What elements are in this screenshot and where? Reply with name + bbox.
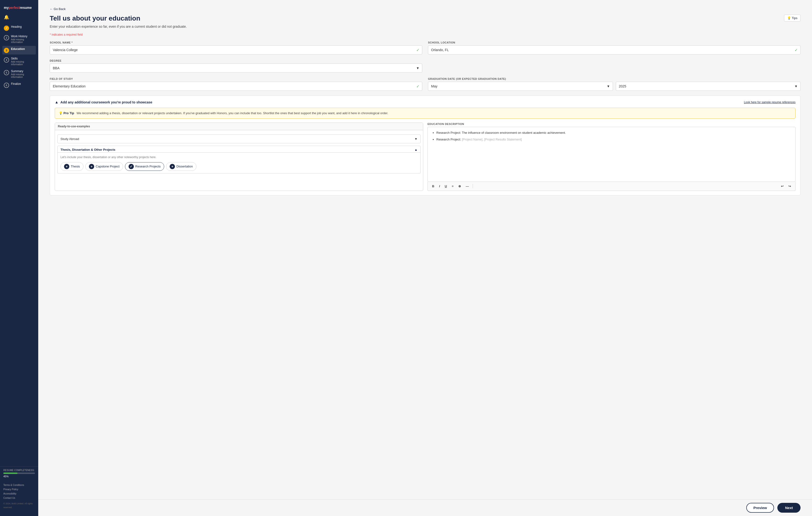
resume-completeness-section: RESUME COMPLETENESS: 45% bbox=[0, 466, 38, 480]
logo: myperfectresume bbox=[0, 4, 38, 13]
toolbar-undo-redo: ↩ ↪ bbox=[779, 183, 793, 189]
insert-button[interactable]: ⊕ bbox=[457, 183, 463, 189]
tag-label: Capstone Project bbox=[95, 164, 119, 168]
sidebar-item-heading[interactable]: ✓Heading bbox=[2, 24, 36, 32]
redo-button[interactable]: ↪ bbox=[786, 183, 793, 189]
tag-label: Dissertation bbox=[176, 164, 193, 168]
nav-label-education: Education bbox=[11, 47, 25, 51]
list-button[interactable]: ≡ bbox=[450, 183, 456, 189]
main-content: ← Go Back Tell us about your education 💡… bbox=[38, 0, 812, 516]
tips-button[interactable]: 💡 Tips bbox=[784, 14, 801, 22]
nav-label-work-history: Work History bbox=[11, 35, 34, 38]
notification-bell-icon[interactable]: 🔔 bbox=[0, 13, 38, 24]
coursework-section: ▲ Add any additional coursework you're p… bbox=[50, 96, 801, 195]
school-location-input[interactable] bbox=[428, 45, 801, 55]
tag-label: Research Projects bbox=[135, 164, 161, 168]
degree-row: DEGREE BBA BA BS MS PhD ▼ bbox=[50, 59, 801, 72]
completeness-bar-bg bbox=[3, 473, 35, 474]
thesis-tag-capstone-project[interactable]: +Capstone Project bbox=[85, 162, 123, 171]
sample-references-link[interactable]: Look here for sample resume references bbox=[744, 100, 795, 104]
nav-label-skills: Skills bbox=[11, 57, 34, 60]
graduation-date-group: GRADUATION DATE (OR EXPECTED GRADUATION … bbox=[428, 78, 801, 91]
school-name-wrapper: ✓ bbox=[50, 45, 422, 55]
thesis-section-body: Let's include your thesis, dissertation … bbox=[57, 153, 420, 174]
nav-step-4: 4 bbox=[4, 57, 9, 63]
examples-description-row: Ready-to-use-examples Study Abroad ▼ The… bbox=[55, 123, 795, 191]
pro-tip-text: We recommend adding a thesis, dissertati… bbox=[77, 111, 388, 116]
nav-label-heading: Heading bbox=[11, 25, 22, 28]
page-title: Tell us about your education bbox=[50, 14, 140, 22]
examples-panel: Ready-to-use-examples Study Abroad ▼ The… bbox=[55, 123, 423, 191]
grad-year-select[interactable]: 2025 202420232022 202120262027 bbox=[616, 82, 801, 91]
thesis-section-title-text: Thesis, Dissertation & Other Projects bbox=[60, 148, 115, 151]
underline-button[interactable]: U bbox=[443, 183, 449, 189]
sidebar-item-work-history[interactable]: 2Work HistoryAdd missing information bbox=[2, 33, 36, 45]
contact-link[interactable]: Contact Us bbox=[3, 496, 35, 500]
grad-month-select[interactable]: May JanuaryFebruaryMarch AprilJuneJuly A… bbox=[428, 82, 613, 91]
bottom-nav: Preview Next bbox=[38, 499, 812, 516]
collapse-button[interactable]: ▲ bbox=[55, 100, 59, 104]
undo-button[interactable]: ↩ bbox=[779, 183, 785, 189]
field-graduation-row: FIELD OF STUDY ✓ GRADUATION DATE (OR EXP… bbox=[50, 78, 801, 91]
go-back-link[interactable]: ← Go Back bbox=[50, 7, 65, 11]
degree-group: DEGREE BBA BA BS MS PhD ▼ bbox=[50, 59, 422, 72]
study-abroad-label: Study Abroad bbox=[60, 137, 79, 141]
degree-select-wrapper: BBA BA BS MS PhD ▼ bbox=[50, 64, 422, 72]
study-abroad-item[interactable]: Study Abroad ▼ bbox=[57, 134, 420, 143]
thesis-section-header[interactable]: Thesis, Dissertation & Other Projects ▲ bbox=[57, 146, 420, 153]
thesis-tag-dissertation[interactable]: +Dissertation bbox=[166, 162, 197, 171]
grad-year-wrapper: 2025 202420232022 202120262027 ▼ bbox=[616, 82, 801, 91]
accessibility-link[interactable]: Accessibility bbox=[3, 492, 35, 496]
strikethrough-button[interactable]: — bbox=[464, 183, 471, 189]
sidebar-item-education[interactable]: 3Education bbox=[2, 46, 36, 55]
pro-tip-box: 💡 Pro Tip We recommend adding a thesis, … bbox=[55, 108, 795, 119]
completeness-label: RESUME COMPLETENESS: bbox=[3, 469, 35, 472]
sidebar-item-finalize[interactable]: 6Finalize bbox=[2, 81, 36, 89]
nav-step-2: 2 bbox=[4, 35, 9, 40]
degree-label: DEGREE bbox=[50, 59, 422, 62]
preview-button[interactable]: Preview bbox=[746, 503, 774, 513]
graduation-date-label: GRADUATION DATE (OR EXPECTED GRADUATION … bbox=[428, 78, 801, 80]
privacy-link[interactable]: Privacy Policy bbox=[3, 487, 35, 492]
school-location-check-icon: ✓ bbox=[794, 48, 798, 52]
next-button[interactable]: Next bbox=[777, 503, 801, 513]
sidebar-item-skills[interactable]: 4SkillsAdd missing information bbox=[2, 55, 36, 67]
description-editor[interactable]: Research Project: The influence of class… bbox=[428, 127, 795, 182]
school-location-wrapper: ✓ bbox=[428, 45, 801, 55]
sidebar-item-summary[interactable]: 5SummaryAdd missing information bbox=[2, 68, 36, 80]
plus-icon: + bbox=[64, 164, 69, 169]
copyright-text: © 2024, Bold Limited. All rights reserve… bbox=[3, 502, 35, 509]
school-name-group: SCHOOL NAME * ✓ bbox=[50, 41, 422, 55]
field-of-study-label: FIELD OF STUDY bbox=[50, 78, 422, 80]
italic-button[interactable]: I bbox=[437, 183, 442, 189]
field-of-study-input[interactable] bbox=[50, 82, 422, 91]
description-panel: EDUCATION DESCRIPTION Research Project: … bbox=[428, 123, 795, 191]
description-label: EDUCATION DESCRIPTION bbox=[428, 123, 795, 125]
page-subtitle: Enter your education experience so far, … bbox=[50, 24, 193, 29]
completeness-percentage: 45% bbox=[3, 475, 35, 478]
grad-month-wrapper: May JanuaryFebruaryMarch AprilJuneJuly A… bbox=[428, 82, 613, 91]
school-row: SCHOOL NAME * ✓ SCHOOL LOCATION ✓ bbox=[50, 41, 801, 55]
terms-link[interactable]: Terms & Conditions bbox=[3, 483, 35, 487]
thesis-section-desc: Let's include your thesis, dissertation … bbox=[60, 155, 417, 159]
graduation-date-inputs: May JanuaryFebruaryMarch AprilJuneJuly A… bbox=[428, 82, 801, 91]
page-header: Tell us about your education 💡 Tips bbox=[50, 14, 801, 22]
completeness-bar-fill bbox=[3, 473, 18, 474]
thesis-tag-thesis[interactable]: +Thesis bbox=[60, 162, 83, 171]
nav-step-6: 6 bbox=[4, 83, 9, 88]
coursework-title: ▲ Add any additional coursework you're p… bbox=[55, 100, 152, 104]
nav-step-5: 5 bbox=[4, 70, 9, 75]
school-name-label: SCHOOL NAME * bbox=[50, 41, 422, 44]
field-of-study-group: FIELD OF STUDY ✓ bbox=[50, 78, 422, 91]
examples-body: Study Abroad ▼ Thesis, Dissertation & Ot… bbox=[55, 130, 423, 176]
nav-step-3: 3 bbox=[4, 48, 9, 53]
coursework-header: ▲ Add any additional coursework you're p… bbox=[55, 100, 795, 104]
tag-label: Thesis bbox=[71, 164, 80, 168]
thesis-tag-research-projects[interactable]: ✓Research Projects bbox=[125, 162, 164, 171]
bold-button[interactable]: B bbox=[430, 183, 436, 189]
school-name-input[interactable] bbox=[50, 45, 422, 55]
check-icon: ✓ bbox=[128, 164, 134, 169]
plus-icon: + bbox=[89, 164, 94, 169]
sidebar-footer: Terms & Conditions Privacy Policy Access… bbox=[0, 480, 38, 512]
degree-select[interactable]: BBA BA BS MS PhD bbox=[50, 64, 422, 72]
